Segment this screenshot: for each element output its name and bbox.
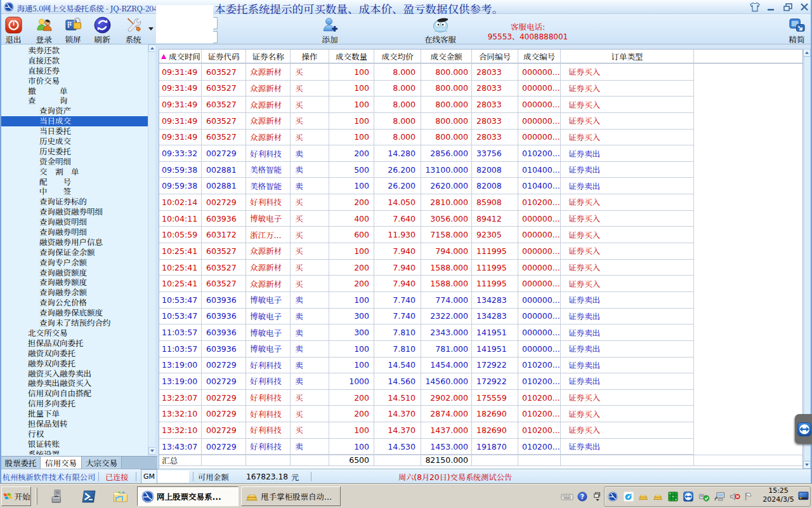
table-row[interactable]: 13:23:07002729好利科技买20014.5102902.0001755…	[159, 390, 802, 406]
table-scroll-up-icon[interactable]	[803, 49, 811, 57]
table-row[interactable]: 09:59:38002881美格智能卖50026.20013100.000820…	[159, 162, 802, 178]
table-row[interactable]: 10:04:11603936博敏电子买4007.6403056.00089412…	[159, 211, 802, 227]
tim-icon[interactable]	[624, 491, 634, 502]
column-header[interactable]: 成交金额	[421, 50, 472, 63]
sidebar-item[interactable]: 直接还款	[1, 56, 148, 66]
gold-ingot-icon[interactable]	[638, 491, 648, 502]
column-header[interactable]: 成交均价	[374, 50, 421, 63]
table-row[interactable]: 09:33:32002729好利科技卖20014.2802856.0003375…	[159, 145, 802, 162]
sidebar-item[interactable]: 查询专户余额	[1, 258, 148, 268]
sidebar-item[interactable]: 系统设置	[1, 450, 148, 455]
table-row[interactable]: 09:31:49603527众源新材买1008.000800.000280330…	[159, 81, 802, 97]
refresh-button[interactable]: 刷新	[88, 15, 117, 43]
teamviewer-icon[interactable]	[683, 491, 693, 502]
column-header[interactable]: 成交编号	[518, 50, 561, 63]
table-row[interactable]: 10:25:41603527众源新材买2007.9401588.00011199…	[159, 276, 802, 292]
sidebar-item[interactable]: 融资双向委托	[1, 349, 148, 359]
column-header[interactable]: 成交时间	[159, 50, 202, 63]
add-button[interactable]: 添加	[315, 15, 344, 43]
sidebar-item[interactable]: 中 签	[1, 187, 148, 197]
sidebar-item[interactable]: 历史成交	[1, 137, 148, 147]
folder-icon[interactable]	[113, 489, 128, 504]
muted-speaker-icon[interactable]	[729, 491, 741, 502]
table-row[interactable]: 09:31:49603527众源新材买1008.000800.000280330…	[159, 113, 802, 130]
table-row[interactable]: 10:02:14002729好利科技买20014.0502810.0008590…	[159, 194, 802, 211]
sidebar-item[interactable]: 卖券还款	[1, 46, 148, 56]
table-row[interactable]: 09:31:49603527众源新材买1008.000800.000280330…	[159, 64, 802, 81]
column-header[interactable]: 成交数量	[329, 50, 374, 63]
table-row[interactable]: 13:32:10002729好利科技买10014.3701437.0001826…	[159, 422, 802, 439]
bottom-tab-2[interactable]: 大宗交易	[82, 457, 122, 469]
bottom-tab-1[interactable]: 信用交易	[41, 457, 82, 469]
flag-icon[interactable]	[743, 491, 754, 502]
lock-screen-button[interactable]: 锁屏	[58, 15, 88, 43]
gold-ingot-icon[interactable]	[653, 491, 663, 502]
sidebar-item[interactable]: 查询融资融券明细	[1, 207, 148, 217]
close-icon[interactable]	[799, 2, 810, 12]
desktop-icon[interactable]	[798, 491, 809, 501]
online-service-button[interactable]: 在线客服	[424, 15, 457, 43]
task-button-assistant-app[interactable]: 甩手掌柜股票自动...	[241, 486, 341, 506]
bottom-tab-0[interactable]: 股票委托	[1, 457, 41, 469]
sidebar-item[interactable]: 查 询	[1, 96, 148, 106]
sidebar-item[interactable]: 查询融券保底额度	[1, 308, 148, 318]
sidebar-item[interactable]: 担保品双向委托	[1, 338, 148, 349]
table-row[interactable]: 10:53:47603936博敏电子卖1007.740774.000134283…	[159, 292, 802, 309]
sidebar-scrollbar[interactable]	[148, 44, 155, 455]
teamviewer-tab[interactable]	[795, 414, 812, 444]
table-row[interactable]: 13:32:10002729好利科技买20014.3702874.0001826…	[159, 406, 802, 422]
table-row[interactable]: 11:03:57603936博敏电子卖1007.810781.000141951…	[159, 341, 802, 358]
tray-haitong-logo-icon[interactable]	[608, 491, 618, 502]
column-header[interactable]: 证券名称	[246, 50, 291, 63]
login-button[interactable]: 登录	[29, 15, 58, 43]
sidebar-item[interactable]: 银证转账	[1, 439, 148, 450]
sidebar-item[interactable]: 融券双向委托	[1, 359, 148, 369]
sidebar-item[interactable]: 资金明细	[1, 157, 148, 167]
column-header[interactable]: 订单类型	[561, 50, 694, 63]
sidebar-item[interactable]: 融券卖出融资买入	[1, 378, 148, 389]
table-row[interactable]: 11:03:57603936博敏电子卖3007.8102343.00014195…	[159, 324, 802, 341]
sidebar-item[interactable]: 查询公允价格	[1, 298, 148, 308]
sidebar-item[interactable]: 市价交易	[1, 76, 148, 86]
table-row[interactable]: 09:31:49603527众源新材买1008.000800.000280330…	[159, 97, 802, 113]
skin-icon[interactable]	[749, 2, 761, 12]
sidebar-item[interactable]: 信用多向委托	[1, 399, 148, 409]
sidebar-item[interactable]: 担保品划转	[1, 419, 148, 429]
table-row[interactable]: 10:53:47603936博敏电子卖3007.7402322.00013428…	[159, 309, 802, 325]
restore-icon[interactable]	[782, 2, 794, 12]
column-header[interactable]: 操作	[291, 50, 329, 63]
compact-button[interactable]: 精简	[782, 15, 811, 43]
sidebar-item[interactable]: 交 割 单	[1, 167, 148, 177]
help-icon[interactable]	[577, 491, 587, 502]
sidebar-item[interactable]: 查询融券额度	[1, 277, 148, 288]
sidebar-item[interactable]: 查询证券标的	[1, 197, 148, 207]
table-scroll-thumb[interactable]	[804, 57, 811, 461]
sidebar-item[interactable]: 批量下单	[1, 409, 148, 419]
admin-tools-icon[interactable]	[50, 489, 65, 504]
sidebar-item[interactable]: 查询保证金余额	[1, 248, 148, 258]
sidebar-item[interactable]: 查询融券余额	[1, 288, 148, 298]
table-row[interactable]: 13:19:00002729好利科技卖10014.5401454.0001729…	[159, 358, 802, 374]
sidebar-item[interactable]: 查询融资明细	[1, 217, 148, 227]
sidebar-item[interactable]: 直接还券	[1, 66, 148, 76]
sidebar-item[interactable]: 融资买入融券卖出	[1, 369, 148, 379]
sidebar-item[interactable]: 查询融券明细	[1, 227, 148, 237]
sidebar-item[interactable]: 配 号	[1, 177, 148, 187]
minimize-icon[interactable]	[766, 2, 777, 12]
sidebar-item[interactable]: 行权	[1, 429, 148, 439]
exit-button[interactable]: 退出	[0, 15, 28, 43]
sidebar-item[interactable]: 查询未了结预约合约	[1, 318, 148, 328]
table-scroll-down-icon[interactable]	[803, 461, 811, 469]
network-icon[interactable]	[714, 491, 726, 502]
tray-clock[interactable]: 15:25 2024/3/5	[759, 486, 798, 504]
powershell-icon[interactable]	[81, 489, 96, 504]
keyboard-icon[interactable]	[561, 491, 573, 502]
sidebar-item[interactable]: 融资融券用户信息	[1, 237, 148, 248]
table-row[interactable]: 10:25:41603527众源新材买1007.940794.000111995…	[159, 243, 802, 260]
table-scrollbar[interactable]	[803, 49, 811, 469]
column-header[interactable]: 证券代码	[202, 50, 246, 63]
table-row[interactable]: 13:19:00002729好利科技卖100014.56014560.00017…	[159, 373, 802, 390]
sidebar-item[interactable]: 查询资产	[1, 106, 148, 116]
sidebar-item[interactable]: 北交所交易	[1, 328, 148, 338]
task-button-trading-app[interactable]: 网上股票交易系...	[137, 486, 239, 506]
